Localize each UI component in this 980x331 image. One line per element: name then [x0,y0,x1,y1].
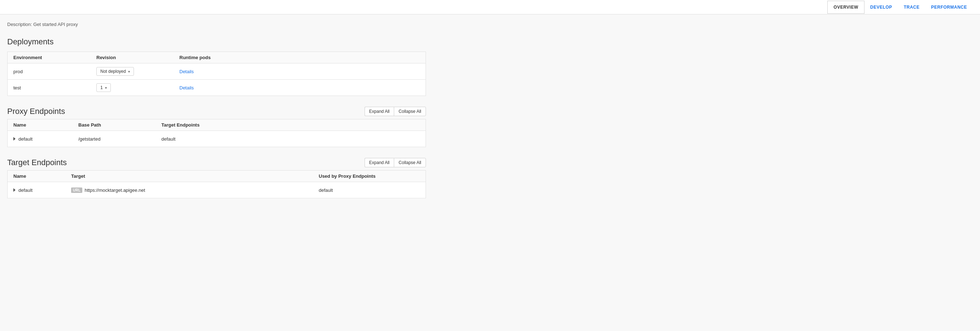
proxy-endpoint-name: default [13,136,78,142]
deployments-header-row: Environment Revision Runtime pods [8,52,426,63]
chevron-down-icon: ▾ [105,86,107,90]
proxy-base-path: /getstarted [78,136,161,142]
target-endpoints-header-row: Name Target Used by Proxy Endpoints [8,171,426,182]
chevron-right-icon[interactable] [13,137,16,141]
revision-label: 1 [100,85,103,90]
deployment-pods-prod: Details [180,69,420,74]
tab-develop[interactable]: DEVELOP [864,1,898,13]
deployments-col-environment: Environment [13,55,96,60]
description-text: Description: Get started API proxy [7,22,426,27]
proxy-endpoint-name-label: default [18,136,32,142]
proxy-endpoints-section-header: Proxy Endpoints Expand All Collapse All [7,107,426,116]
target-expand-all-button[interactable]: Expand All [364,158,394,167]
top-navigation: OVERVIEW DEVELOP TRACE PERFORMANCE [0,0,980,14]
target-col-target: Target [71,173,319,179]
table-row: prod Not deployed ▾ Details [8,63,426,80]
deployments-col-pods: Runtime pods [180,55,420,60]
proxy-endpoints-expand-collapse: Expand All Collapse All [364,107,426,116]
deployments-col-revision: Revision [96,55,180,60]
tab-performance[interactable]: PERFORMANCE [925,1,973,13]
target-used-by: default [319,187,420,193]
proxy-col-base-path: Base Path [78,122,161,128]
table-row: default /getstarted default [8,131,426,147]
proxy-endpoints-title: Proxy Endpoints [7,107,65,116]
proxy-endpoints-table: Name Base Path Target Endpoints default … [7,119,426,147]
table-row: test 1 ▾ Details [8,80,426,95]
tab-trace[interactable]: TRACE [898,1,926,13]
target-endpoints-title: Target Endpoints [7,158,67,167]
target-collapse-all-button[interactable]: Collapse All [394,158,426,167]
target-url-value: https://mocktarget.apigee.net [84,187,145,193]
target-endpoint-url: URL https://mocktarget.apigee.net [71,187,319,193]
deployment-pods-test: Details [180,85,420,90]
details-link-prod[interactable]: Details [180,69,194,74]
chevron-right-icon[interactable] [13,188,16,192]
target-endpoints-expand-collapse: Expand All Collapse All [364,158,426,167]
target-col-used-by: Used by Proxy Endpoints [319,173,420,179]
deployment-revision-prod: Not deployed ▾ [96,67,180,76]
proxy-target-endpoints: default [161,136,420,142]
details-link-test[interactable]: Details [180,85,194,90]
table-row: default URL https://mocktarget.apigee.ne… [8,182,426,198]
proxy-endpoints-header-row: Name Base Path Target Endpoints [8,119,426,131]
deployments-table: Environment Revision Runtime pods prod N… [7,52,426,96]
proxy-col-target-endpoints: Target Endpoints [161,122,420,128]
chevron-down-icon: ▾ [128,70,130,74]
revision-dropdown[interactable]: 1 ▾ [96,83,111,92]
deployment-env-prod: prod [13,69,96,74]
proxy-col-name: Name [13,122,78,128]
target-endpoints-table: Name Target Used by Proxy Endpoints defa… [7,170,426,198]
target-col-name: Name [13,173,71,179]
deployment-env-test: test [13,85,96,90]
deployment-revision-test: 1 ▾ [96,83,180,92]
target-endpoint-name: default [13,187,71,193]
target-endpoint-name-label: default [18,187,32,193]
tab-overview[interactable]: OVERVIEW [827,1,864,14]
url-badge: URL [71,187,82,193]
main-content: Description: Get started API proxy Deplo… [0,14,433,216]
target-endpoints-section-header: Target Endpoints Expand All Collapse All [7,158,426,167]
not-deployed-label: Not deployed [100,69,126,74]
proxy-collapse-all-button[interactable]: Collapse All [394,107,426,116]
deployments-title: Deployments [7,37,426,46]
not-deployed-dropdown[interactable]: Not deployed ▾ [96,67,134,76]
proxy-expand-all-button[interactable]: Expand All [364,107,394,116]
